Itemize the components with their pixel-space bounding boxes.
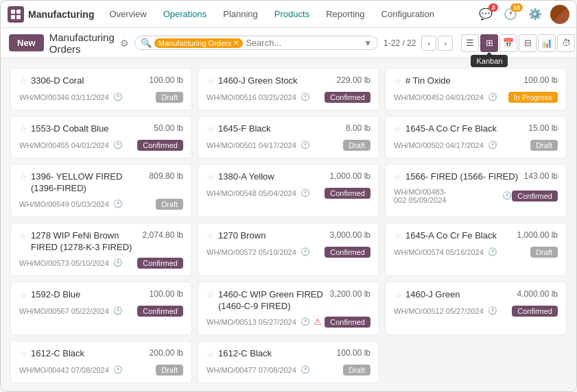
card-title-wrapper: ☆ # Tin Oxide xyxy=(394,75,524,88)
card-reference: WH/MO/00483-002 05/09/2024 🕐 xyxy=(394,188,512,204)
status-badge: Draft xyxy=(343,140,370,151)
table-row[interactable]: ☆ 1592-D Blue 100.00 lb WH/MO/00567 05/2… xyxy=(10,282,192,335)
card-title-wrapper: ☆ 1645-A Co Cr Fe Black xyxy=(394,230,517,243)
card-title-wrapper: ☆ 1460-J Green xyxy=(394,289,517,302)
card-quantity: 100.00 lb xyxy=(150,75,183,85)
status-badge: Confirmed xyxy=(137,140,183,151)
nav-configuration[interactable]: Configuration xyxy=(375,6,441,22)
card-product-name: 1645-F Black xyxy=(218,123,271,135)
star-icon[interactable]: ☆ xyxy=(394,290,402,302)
card-header: ☆ 1592-D Blue 100.00 lb xyxy=(19,289,183,302)
clock-icon: 🕐 xyxy=(488,93,497,101)
card-header: ☆ 1460-C WIP Green FIRED (1460-C-9 FIRED… xyxy=(207,289,370,313)
card-reference: WH/MO/00573 05/10/2024 🕐 xyxy=(19,258,123,267)
card-reference: WH/MO/00548 05/04/2024 🕐 xyxy=(207,188,310,197)
star-icon[interactable]: ☆ xyxy=(207,231,215,243)
next-page-button[interactable]: › xyxy=(438,36,453,51)
card-footer: WH/MO/00572 05/10/2024 🕐 Confirmed xyxy=(207,247,370,258)
clock-icon: 🕐 xyxy=(488,140,497,149)
card-quantity: 15.00 lb xyxy=(528,123,558,133)
table-row[interactable]: ☆ 3306-D Coral 100.00 lb WH/MO/00346 03/… xyxy=(10,68,192,110)
card-footer: WH/MO/00548 05/04/2024 🕐 Confirmed xyxy=(207,188,370,199)
clock-icon: 🕐 xyxy=(113,140,123,149)
card-footer: WH/MO/00513 05/27/2024 🕐 ⚠ Confirmed xyxy=(207,317,370,328)
table-row[interactable]: ☆ 1645-A Co Cr Fe Black 15.00 lb WH/MO/0… xyxy=(385,116,567,158)
status-badge: Confirmed xyxy=(137,258,183,269)
clock-icon: 🕐 xyxy=(113,258,123,267)
star-icon[interactable]: ☆ xyxy=(394,172,402,184)
star-icon[interactable]: ☆ xyxy=(207,290,215,302)
status-badge: Confirmed xyxy=(512,306,558,317)
star-icon[interactable]: ☆ xyxy=(394,76,402,88)
table-row[interactable]: ☆ 1278 WIP FeNi Brown FIRED (1278-K-3 FI… xyxy=(10,223,192,276)
star-icon[interactable]: ☆ xyxy=(19,231,27,243)
table-row[interactable]: ☆ 1612-C Black 100.00 lb WH/MO/00477 07/… xyxy=(198,341,379,383)
star-icon[interactable]: ☆ xyxy=(394,124,402,136)
settings-icon[interactable]: ⚙ xyxy=(120,38,129,49)
nav-planning[interactable]: Planning xyxy=(216,6,265,22)
warning-icon: ⚠ xyxy=(314,317,322,327)
table-row[interactable]: ☆ 1460-J Green 4,000.00 lb WH/MO/00512 0… xyxy=(385,282,567,335)
nav-operations[interactable]: Operations xyxy=(156,6,214,22)
star-icon[interactable]: ☆ xyxy=(207,124,215,136)
logo-icon xyxy=(8,6,24,23)
search-dropdown-icon[interactable]: ▼ xyxy=(364,38,372,48)
user-avatar[interactable] xyxy=(550,5,569,24)
table-row[interactable]: ☆ 1612-C Black 200.00 lb WH/MO/00442 07/… xyxy=(10,341,192,383)
activity-button[interactable]: 🕐 18 xyxy=(501,5,520,24)
status-badge: Confirmed xyxy=(512,191,558,201)
search-tag-label: Manufacturing Orders xyxy=(158,39,231,47)
search-bar[interactable]: 🔍 Manufacturing Orders ✕ ▼ xyxy=(134,36,378,50)
table-row[interactable]: ☆ 1553-D Cobalt Blue 50.00 lb WH/MO/0045… xyxy=(10,116,192,158)
table-row[interactable]: ☆ 1645-A Co Cr Fe Black 1,000.00 lb WH/M… xyxy=(385,223,567,276)
star-icon[interactable]: ☆ xyxy=(207,349,215,360)
list-view-button[interactable]: ☰ xyxy=(461,34,479,52)
messages-button[interactable]: 💬 3 xyxy=(476,5,495,24)
chart-view-button[interactable]: 📊 xyxy=(538,34,556,52)
card-footer: WH/MO/00483-002 05/09/2024 🕐 Confirmed xyxy=(394,188,558,204)
status-badge: Confirmed xyxy=(325,247,370,258)
prev-page-button[interactable]: ‹ xyxy=(421,36,436,51)
table-row[interactable]: ☆ 1270 Brown 3,000.00 lb WH/MO/00572 05/… xyxy=(198,223,379,276)
table-row[interactable]: ☆ # Tin Oxide 100.00 lb WH/MO/00452 04/0… xyxy=(385,68,567,110)
card-header: ☆ 1396- YELLOW FIRED (1396-FIRED) 809.80… xyxy=(19,171,183,195)
card-quantity: 1,000.00 lb xyxy=(330,171,370,181)
table-row[interactable]: ☆ 1645-F Black 8.00 lb WH/MO/00501 04/17… xyxy=(198,116,379,158)
star-icon[interactable]: ☆ xyxy=(394,231,402,243)
search-input[interactable] xyxy=(246,38,361,48)
card-title-wrapper: ☆ 1592-D Blue xyxy=(19,289,150,302)
table-row[interactable]: ☆ 1460-J Green Stock 229.00 lb WH/MO/005… xyxy=(198,68,379,110)
star-icon[interactable]: ☆ xyxy=(19,349,27,360)
star-icon[interactable]: ☆ xyxy=(207,76,215,88)
card-quantity: 1,000.00 lb xyxy=(517,230,558,240)
star-icon[interactable]: ☆ xyxy=(19,172,27,184)
search-tag-remove[interactable]: ✕ xyxy=(233,39,239,47)
status-badge: Draft xyxy=(530,247,558,258)
table-row[interactable]: ☆ 1380-A Yellow 1,000.00 lb WH/MO/00548 … xyxy=(198,164,379,217)
card-quantity: 100.00 lb xyxy=(150,289,183,299)
clock-icon: 🕐 xyxy=(113,93,123,101)
star-icon[interactable]: ☆ xyxy=(19,124,27,136)
star-icon[interactable]: ☆ xyxy=(207,172,215,184)
nav-overview[interactable]: Overview xyxy=(102,6,153,22)
card-reference: WH/MO/00572 05/10/2024 🕐 xyxy=(207,247,310,256)
star-icon[interactable]: ☆ xyxy=(19,290,27,302)
activity-view-button[interactable]: ⏱ xyxy=(557,34,575,52)
settings-button[interactable]: ⚙️ xyxy=(526,5,545,24)
nav-products[interactable]: Products xyxy=(268,6,316,22)
page-title: Manufacturing Orders xyxy=(49,32,115,55)
calendar-view-button[interactable]: 📅 xyxy=(499,34,517,52)
clock-icon: 🕐 xyxy=(113,306,123,315)
table-row[interactable]: ☆ 1396- YELLOW FIRED (1396-FIRED) 809.80… xyxy=(10,164,192,217)
clock-icon: 🕐 xyxy=(488,247,497,256)
card-header: ☆ 1645-A Co Cr Fe Black 15.00 lb xyxy=(394,123,558,136)
table-row[interactable]: ☆ 1460-C WIP Green FIRED (1460-C-9 FIRED… xyxy=(198,282,379,335)
new-button[interactable]: New xyxy=(9,34,44,51)
nav-reporting[interactable]: Reporting xyxy=(319,6,371,22)
star-icon[interactable]: ☆ xyxy=(19,76,27,88)
grid-view-button[interactable]: ⊟ xyxy=(519,34,537,52)
app-logo[interactable]: Manufacturing xyxy=(8,6,94,23)
kanban-view-button[interactable]: ⊞ xyxy=(480,34,498,52)
table-row[interactable]: ☆ 1566- FIRED (1566- FIRED) 143.00 lb WH… xyxy=(385,164,567,217)
search-tag[interactable]: Manufacturing Orders ✕ xyxy=(154,38,243,48)
